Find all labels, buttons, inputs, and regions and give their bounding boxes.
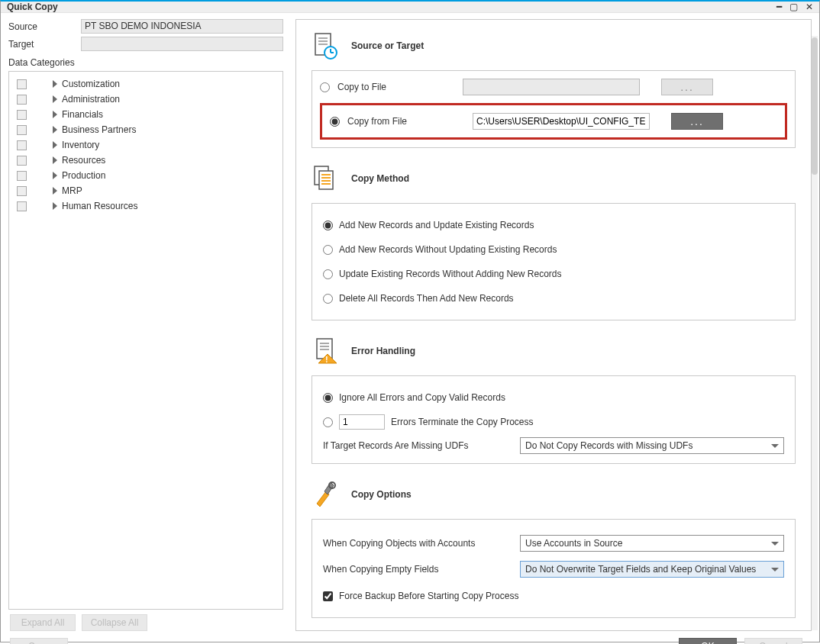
co-empty-dropdown[interactable]: Do Not Overwrite Target Fields and Keep … [520, 561, 784, 578]
chevron-right-icon[interactable] [53, 80, 57, 88]
expand-all-button[interactable]: Expand All [10, 614, 76, 631]
data-categories-label: Data Categories [8, 57, 283, 68]
minimize-icon[interactable]: ━ [776, 2, 782, 11]
eh-ignore-radio[interactable] [323, 393, 333, 403]
copy-from-file-label: Copy from File [347, 116, 465, 127]
tree-checkbox[interactable] [17, 171, 27, 181]
cancel-button[interactable]: Cancel [744, 638, 802, 644]
tree-checkbox[interactable] [17, 186, 27, 196]
scrollbar-thumb[interactable] [812, 37, 818, 175]
error-handling-box: Ignore All Errors and Copy Valid Records… [312, 375, 796, 464]
quick-copy-window: Quick Copy ━ ▢ ✕ Source PT SBO DEMO INDO… [0, 0, 820, 642]
co-empty-label: When Copying Empty Fields [323, 564, 512, 575]
chevron-down-icon [771, 542, 779, 546]
cm-radio-1[interactable] [323, 245, 333, 255]
titlebar: Quick Copy ━ ▢ ✕ [1, 2, 819, 13]
chevron-right-icon[interactable] [53, 141, 57, 149]
tree-item-label[interactable]: Resources [62, 155, 105, 166]
error-handling-title: Error Handling [351, 346, 415, 356]
tree-checkbox[interactable] [17, 156, 27, 166]
svg-rect-19 [317, 339, 332, 359]
data-categories-tree[interactable]: Customization Administration Financials … [8, 71, 283, 610]
right-panel: Source or Target Copy to File ... Copy f… [295, 19, 812, 631]
left-panel: Source PT SBO DEMO INDONESIA Target Data… [8, 19, 283, 631]
co-accounts-dropdown[interactable]: Use Accounts in Source [520, 535, 784, 552]
documents-icon [312, 165, 339, 192]
copy-to-file-browse-button[interactable]: ... [661, 79, 713, 95]
chevron-down-icon [771, 568, 779, 572]
copy-to-file-radio[interactable] [320, 82, 330, 92]
copy-from-file-highlight: Copy from File ... [320, 103, 787, 140]
window-title: Quick Copy [7, 2, 58, 12]
eh-udf-label: If Target Records Are Missing UDFs [323, 440, 512, 451]
co-accounts-value: Use Accounts in Source [525, 538, 622, 549]
chevron-right-icon[interactable] [53, 95, 57, 103]
copy-to-file-path [463, 79, 640, 95]
tree-item-label[interactable]: Financials [62, 109, 103, 120]
target-field [81, 37, 283, 51]
chevron-right-icon[interactable] [53, 111, 57, 118]
tree-item-label[interactable]: Inventory [62, 140, 99, 150]
copy-from-file-radio[interactable] [330, 117, 340, 127]
tools-icon [312, 481, 339, 508]
target-label: Target [8, 39, 81, 50]
chevron-right-icon[interactable] [53, 202, 57, 210]
document-warning-icon: ! [312, 337, 339, 365]
eh-terminate-radio[interactable] [323, 417, 333, 427]
chevron-down-icon [771, 444, 779, 448]
ok-button[interactable]: OK [679, 638, 737, 644]
close-icon[interactable]: ✕ [805, 2, 813, 11]
source-or-target-title: Source or Target [351, 40, 424, 51]
eh-error-count-input[interactable] [339, 414, 385, 430]
copy-options-title: Copy Options [351, 489, 412, 500]
eh-udf-value: Do Not Copy Records with Missing UDFs [525, 440, 692, 451]
tree-item-label[interactable]: Administration [62, 94, 120, 105]
source-or-target-box: Copy to File ... Copy from File ... [312, 70, 796, 148]
tree-item-label[interactable]: Business Partners [62, 124, 136, 135]
force-backup-label: Force Backup Before Starting Copy Proces… [339, 591, 518, 601]
cm-option-1: Add New Records Without Updating Existin… [339, 244, 557, 255]
eh-ignore-label: Ignore All Errors and Copy Valid Records [339, 392, 505, 403]
source-label: Source [8, 21, 81, 32]
copy-button[interactable]: Copy [10, 638, 68, 644]
tree-item-label[interactable]: Human Resources [62, 201, 137, 211]
tree-checkbox[interactable] [17, 79, 27, 89]
vertical-scrollbar[interactable] [812, 36, 818, 630]
copy-to-file-label: Copy to File [337, 82, 455, 92]
co-empty-value: Do Not Overwrite Target Fields and Keep … [525, 564, 756, 575]
copy-from-file-browse-button[interactable]: ... [671, 113, 723, 130]
document-clock-icon [312, 32, 339, 60]
tree-checkbox[interactable] [17, 140, 27, 150]
tree-checkbox[interactable] [17, 125, 27, 135]
chevron-right-icon[interactable] [53, 172, 57, 179]
tree-checkbox[interactable] [17, 201, 27, 211]
cm-option-3: Delete All Records Then Add New Records [339, 293, 514, 304]
eh-udf-dropdown[interactable]: Do Not Copy Records with Missing UDFs [520, 437, 784, 454]
cm-option-0: Add New Records and Update Existing Reco… [339, 220, 534, 230]
maximize-icon[interactable]: ▢ [789, 2, 798, 11]
chevron-right-icon[interactable] [53, 187, 57, 195]
collapse-all-button[interactable]: Collapse All [82, 614, 147, 631]
force-backup-checkbox[interactable] [323, 591, 333, 601]
copy-method-box: Add New Records and Update Existing Reco… [312, 203, 796, 320]
copy-method-title: Copy Method [351, 173, 409, 184]
cm-radio-3[interactable] [323, 294, 333, 304]
svg-text:!: ! [325, 355, 328, 364]
cm-radio-2[interactable] [323, 269, 333, 279]
cm-radio-0[interactable] [323, 221, 333, 230]
copy-from-file-path[interactable] [473, 113, 650, 130]
eh-terminate-label: Errors Terminate the Copy Process [391, 417, 534, 427]
source-field: PT SBO DEMO INDONESIA [81, 19, 283, 34]
tree-item-label[interactable]: Production [62, 170, 105, 181]
tree-checkbox[interactable] [17, 95, 27, 105]
tree-checkbox[interactable] [17, 110, 27, 120]
co-accounts-label: When Copying Objects with Accounts [323, 538, 512, 549]
tree-item-label[interactable]: MRP [62, 185, 82, 196]
copy-options-box: When Copying Objects with Accounts Use A… [312, 519, 796, 618]
chevron-right-icon[interactable] [53, 126, 57, 134]
chevron-right-icon[interactable] [53, 156, 57, 164]
cm-option-2: Update Existing Records Without Adding N… [339, 269, 561, 279]
tree-item-label[interactable]: Customization [62, 79, 120, 89]
